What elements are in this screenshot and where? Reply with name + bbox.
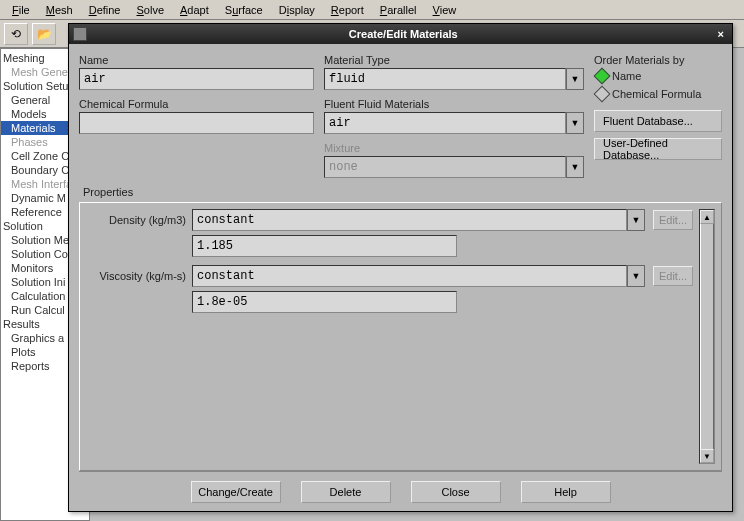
viscosity-edit-button[interactable]: Edit... xyxy=(653,266,693,286)
toolbar-button-1[interactable]: ⟲ xyxy=(4,23,28,45)
order-label: Order Materials by xyxy=(594,54,722,66)
radio-on-icon xyxy=(594,68,611,85)
radio-off-icon xyxy=(594,86,611,103)
properties-label: Properties xyxy=(83,186,726,198)
menubar: File Mesh Define Solve Adapt Surface Dis… xyxy=(0,0,744,20)
order-opt1-label: Name xyxy=(612,70,641,82)
menu-display[interactable]: Display xyxy=(271,2,323,18)
fluent-select[interactable] xyxy=(324,112,566,134)
chem-input[interactable] xyxy=(79,112,314,134)
mixture-label: Mixture xyxy=(324,142,584,154)
mattype-select[interactable] xyxy=(324,68,566,90)
chevron-down-icon[interactable]: ▼ xyxy=(566,112,584,134)
close-icon[interactable]: × xyxy=(714,28,728,40)
scroll-thumb[interactable] xyxy=(700,224,714,449)
chevron-down-icon[interactable]: ▼ xyxy=(627,209,645,231)
density-label: Density (kg/m3) xyxy=(86,214,186,226)
viscosity-label: Viscosity (kg/m-s) xyxy=(86,270,186,282)
name-label: Name xyxy=(79,54,314,66)
menu-parallel[interactable]: Parallel xyxy=(372,2,425,18)
change-create-button[interactable]: Change/Create xyxy=(191,481,281,503)
menu-define[interactable]: Define xyxy=(81,2,129,18)
user-database-button[interactable]: User-Defined Database... xyxy=(594,138,722,160)
order-radio-name[interactable]: Name xyxy=(596,70,722,82)
mixture-select xyxy=(324,156,566,178)
properties-panel: Density (kg/m3) ▼ Edit... Viscosity (kg/… xyxy=(79,202,722,471)
help-button[interactable]: Help xyxy=(521,481,611,503)
fluent-label: Fluent Fluid Materials xyxy=(324,98,584,110)
menu-solve[interactable]: Solve xyxy=(128,2,172,18)
fluent-database-button[interactable]: Fluent Database... xyxy=(594,110,722,132)
close-button[interactable]: Close xyxy=(411,481,501,503)
toolbar-button-open[interactable]: 📂 xyxy=(32,23,56,45)
dialog-button-row: Change/Create Delete Close Help xyxy=(79,471,722,511)
chevron-down-icon: ▼ xyxy=(566,156,584,178)
density-method-select[interactable] xyxy=(192,209,627,231)
chem-label: Chemical Formula xyxy=(79,98,314,110)
viscosity-method-select[interactable] xyxy=(192,265,627,287)
menu-adapt[interactable]: Adapt xyxy=(172,2,217,18)
name-input[interactable] xyxy=(79,68,314,90)
density-edit-button[interactable]: Edit... xyxy=(653,210,693,230)
scroll-up-icon[interactable]: ▲ xyxy=(700,210,714,224)
order-opt2-label: Chemical Formula xyxy=(612,88,701,100)
dialog-titlebar[interactable]: Create/Edit Materials × xyxy=(69,24,732,44)
menu-surface[interactable]: Surface xyxy=(217,2,271,18)
chevron-down-icon[interactable]: ▼ xyxy=(627,265,645,287)
menu-report[interactable]: Report xyxy=(323,2,372,18)
order-radio-chem[interactable]: Chemical Formula xyxy=(596,88,722,100)
menu-mesh[interactable]: Mesh xyxy=(38,2,81,18)
menu-view[interactable]: View xyxy=(425,2,465,18)
viscosity-value-input[interactable] xyxy=(192,291,457,313)
chevron-down-icon[interactable]: ▼ xyxy=(566,68,584,90)
density-value-input[interactable] xyxy=(192,235,457,257)
mattype-label: Material Type xyxy=(324,54,584,66)
materials-dialog: Create/Edit Materials × Name Chemical Fo… xyxy=(68,23,733,512)
delete-button[interactable]: Delete xyxy=(301,481,391,503)
properties-scrollbar[interactable]: ▲ ▼ xyxy=(699,209,715,464)
scroll-down-icon[interactable]: ▼ xyxy=(700,449,714,463)
dialog-title: Create/Edit Materials xyxy=(93,28,714,40)
menu-file[interactable]: File xyxy=(4,2,38,18)
dialog-icon xyxy=(73,27,87,41)
